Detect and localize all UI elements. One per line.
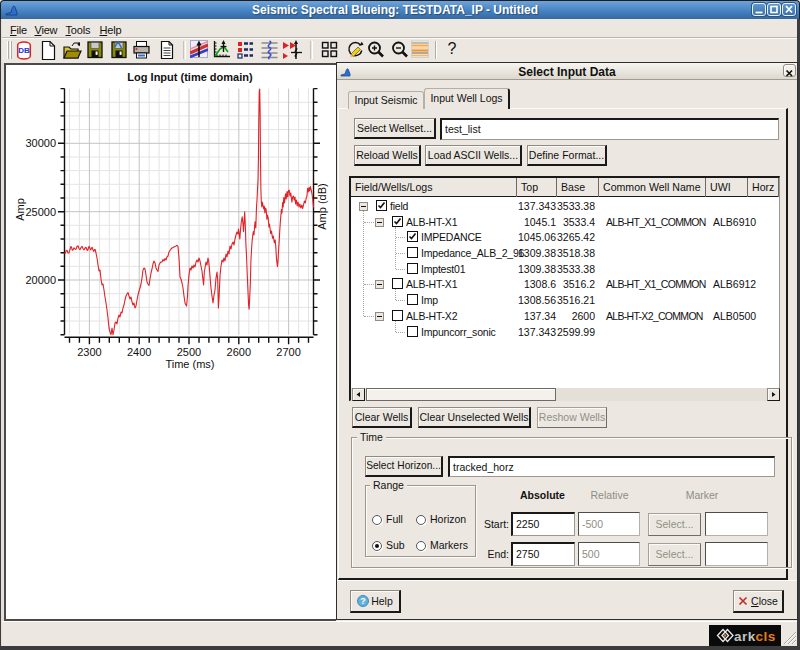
svg-text:25000: 25000 — [25, 206, 56, 218]
svg-text:2600: 2600 — [227, 346, 251, 358]
svg-text:cls: cls — [756, 629, 776, 644]
svg-text:2700: 2700 — [276, 346, 300, 358]
svg-text:Log Input (time domain): Log Input (time domain) — [127, 71, 253, 83]
svg-text:2300: 2300 — [77, 346, 101, 358]
svg-text:?: ? — [360, 596, 366, 606]
svg-text:Amp: Amp — [14, 198, 26, 221]
svg-text:Amp (dB): Amp (dB) — [316, 183, 328, 229]
svg-text:DB: DB — [18, 46, 30, 55]
svg-text:2500: 2500 — [177, 346, 201, 358]
svg-text:Time (ms): Time (ms) — [165, 358, 214, 370]
svg-text:20000: 20000 — [25, 274, 56, 286]
svg-text:2400: 2400 — [127, 346, 151, 358]
svg-text:ark: ark — [734, 629, 756, 644]
svg-text:30000: 30000 — [25, 137, 56, 149]
